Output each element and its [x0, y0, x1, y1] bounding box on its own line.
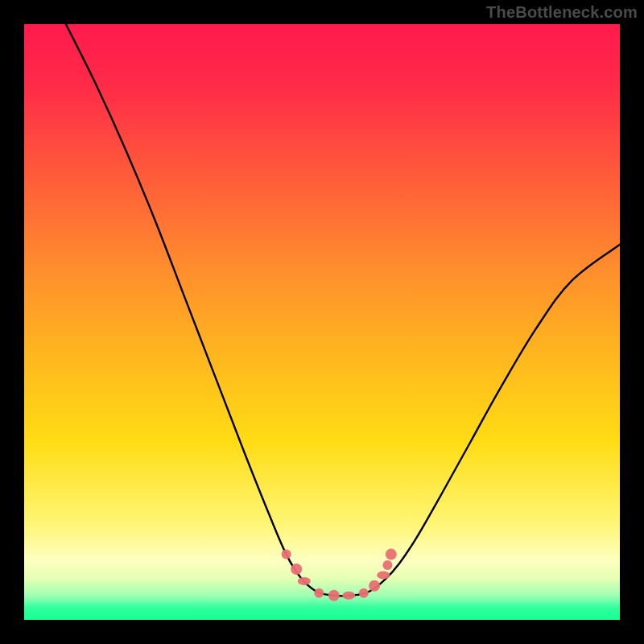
marker-dot [328, 590, 340, 601]
marker-dot [386, 549, 397, 560]
plot-area [24, 24, 620, 620]
marker-dot [314, 588, 324, 598]
bottleneck-curve [66, 24, 620, 596]
marker-dot [382, 560, 392, 570]
chart-frame: TheBottleneck.com [0, 0, 644, 644]
marker-dot [342, 592, 355, 600]
marker-dot [377, 572, 390, 580]
curve-layer [24, 24, 620, 620]
marker-dot [291, 564, 302, 575]
marker-dot [369, 580, 380, 592]
marker-dot [298, 577, 311, 585]
attribution-label: TheBottleneck.com [486, 3, 638, 22]
marker-dot [282, 550, 291, 559]
marker-dot [359, 588, 369, 598]
